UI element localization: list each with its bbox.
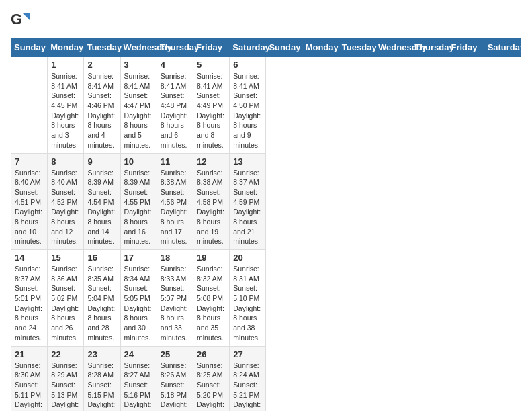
day-number: 4 — [161, 60, 189, 70]
header-thursday: Thursday — [412, 38, 448, 57]
day-info: Sunrise: 8:39 AMSunset: 4:54 PMDaylight:… — [87, 168, 116, 247]
header-tuesday: Tuesday — [84, 38, 120, 57]
day-info: Sunrise: 8:40 AMSunset: 4:51 PMDaylight:… — [15, 168, 44, 247]
day-info: Sunrise: 8:41 AMSunset: 4:50 PMDaylight:… — [233, 71, 262, 150]
day-number: 13 — [233, 156, 262, 167]
calendar-table: SundayMondayTuesdayWednesdayThursdayFrid… — [11, 38, 521, 411]
calendar-cell: 21Sunrise: 8:30 AMSunset: 5:11 PMDayligh… — [11, 346, 48, 411]
day-number: 6 — [233, 60, 262, 70]
day-info: Sunrise: 8:35 AMSunset: 5:04 PMDaylight:… — [87, 264, 116, 343]
day-number: 15 — [51, 253, 80, 263]
calendar-cell: 19Sunrise: 8:32 AMSunset: 5:08 PMDayligh… — [193, 250, 230, 347]
day-info: Sunrise: 8:41 AMSunset: 4:45 PMDaylight:… — [51, 71, 80, 150]
day-number: 20 — [233, 253, 262, 263]
day-info: Sunrise: 8:38 AMSunset: 4:56 PMDaylight:… — [161, 168, 189, 247]
header-saturday: Saturday — [484, 38, 521, 57]
day-number: 2 — [87, 60, 116, 70]
day-info: Sunrise: 8:30 AMSunset: 5:11 PMDaylight:… — [15, 361, 44, 412]
header-friday: Friday — [448, 38, 484, 57]
calendar-cell: 3Sunrise: 8:41 AMSunset: 4:47 PMDaylight… — [120, 57, 157, 154]
calendar-cell: 7Sunrise: 8:40 AMSunset: 4:51 PMDaylight… — [11, 153, 48, 250]
day-number: 19 — [197, 253, 226, 263]
day-info: Sunrise: 8:32 AMSunset: 5:08 PMDaylight:… — [197, 264, 226, 343]
logo-icon: G — [11, 11, 30, 30]
day-number: 9 — [87, 156, 116, 167]
calendar-cell: 17Sunrise: 8:34 AMSunset: 5:05 PMDayligh… — [120, 250, 157, 347]
calendar-cell: 12Sunrise: 8:38 AMSunset: 4:58 PMDayligh… — [193, 153, 230, 250]
day-info: Sunrise: 8:29 AMSunset: 5:13 PMDaylight:… — [51, 361, 80, 412]
week-row-3: 21Sunrise: 8:30 AMSunset: 5:11 PMDayligh… — [11, 346, 521, 411]
day-info: Sunrise: 8:41 AMSunset: 4:46 PMDaylight:… — [87, 71, 116, 150]
calendar-cell: 9Sunrise: 8:39 AMSunset: 4:54 PMDaylight… — [84, 153, 120, 250]
day-info: Sunrise: 8:40 AMSunset: 4:52 PMDaylight:… — [51, 168, 80, 247]
calendar-cell: 15Sunrise: 8:36 AMSunset: 5:02 PMDayligh… — [48, 250, 84, 347]
day-number: 14 — [15, 253, 44, 263]
week-row-2: 14Sunrise: 8:37 AMSunset: 5:01 PMDayligh… — [11, 250, 521, 347]
week-row-1: 7Sunrise: 8:40 AMSunset: 4:51 PMDaylight… — [11, 153, 521, 250]
day-info: Sunrise: 8:33 AMSunset: 5:07 PMDaylight:… — [161, 264, 189, 343]
calendar-cell: 4Sunrise: 8:41 AMSunset: 4:48 PMDaylight… — [157, 57, 193, 154]
calendar-cell: 22Sunrise: 8:29 AMSunset: 5:13 PMDayligh… — [48, 346, 84, 411]
header-tuesday: Tuesday — [339, 38, 375, 57]
day-number: 7 — [15, 156, 44, 167]
calendar-cell: 13Sunrise: 8:37 AMSunset: 4:59 PMDayligh… — [230, 153, 266, 250]
svg-text:G: G — [11, 11, 22, 28]
day-info: Sunrise: 8:36 AMSunset: 5:02 PMDaylight:… — [51, 264, 80, 343]
calendar-cell: 18Sunrise: 8:33 AMSunset: 5:07 PMDayligh… — [157, 250, 193, 347]
week-row-0: 1Sunrise: 8:41 AMSunset: 4:45 PMDaylight… — [11, 57, 521, 154]
day-info: Sunrise: 8:41 AMSunset: 4:47 PMDaylight:… — [124, 71, 153, 150]
header: G — [11, 11, 521, 30]
day-number: 12 — [197, 156, 226, 167]
header-monday: Monday — [48, 38, 84, 57]
day-info: Sunrise: 8:34 AMSunset: 5:05 PMDaylight:… — [124, 264, 153, 343]
day-number: 21 — [15, 349, 44, 359]
day-info: Sunrise: 8:26 AMSunset: 5:18 PMDaylight:… — [161, 361, 189, 412]
day-number: 8 — [51, 156, 80, 167]
calendar-cell: 26Sunrise: 8:25 AMSunset: 5:20 PMDayligh… — [193, 346, 230, 411]
day-info: Sunrise: 8:38 AMSunset: 4:58 PMDaylight:… — [197, 168, 226, 247]
calendar-cell: 16Sunrise: 8:35 AMSunset: 5:04 PMDayligh… — [84, 250, 120, 347]
header-friday: Friday — [193, 38, 230, 57]
day-info: Sunrise: 8:28 AMSunset: 5:15 PMDaylight:… — [87, 361, 116, 412]
day-number: 23 — [87, 349, 116, 359]
svg-marker-1 — [23, 13, 30, 20]
calendar-cell: 14Sunrise: 8:37 AMSunset: 5:01 PMDayligh… — [11, 250, 48, 347]
calendar-cell: 20Sunrise: 8:31 AMSunset: 5:10 PMDayligh… — [230, 250, 266, 347]
day-number: 16 — [87, 253, 116, 263]
day-info: Sunrise: 8:37 AMSunset: 5:01 PMDaylight:… — [15, 264, 44, 343]
day-info: Sunrise: 8:27 AMSunset: 5:16 PMDaylight:… — [124, 361, 153, 412]
header-thursday: Thursday — [157, 38, 193, 57]
calendar-cell: 2Sunrise: 8:41 AMSunset: 4:46 PMDaylight… — [84, 57, 120, 154]
calendar-cell: 27Sunrise: 8:24 AMSunset: 5:21 PMDayligh… — [230, 346, 266, 411]
day-info: Sunrise: 8:25 AMSunset: 5:20 PMDaylight:… — [197, 361, 226, 412]
day-info: Sunrise: 8:31 AMSunset: 5:10 PMDaylight:… — [233, 264, 262, 343]
calendar-cell: 1Sunrise: 8:41 AMSunset: 4:45 PMDaylight… — [48, 57, 84, 154]
calendar-header-row: SundayMondayTuesdayWednesdayThursdayFrid… — [11, 38, 521, 57]
calendar-cell: 23Sunrise: 8:28 AMSunset: 5:15 PMDayligh… — [84, 346, 120, 411]
day-number: 25 — [161, 349, 189, 359]
day-info: Sunrise: 8:24 AMSunset: 5:21 PMDaylight:… — [233, 361, 262, 412]
day-info: Sunrise: 8:41 AMSunset: 4:49 PMDaylight:… — [197, 71, 226, 150]
day-info: Sunrise: 8:37 AMSunset: 4:59 PMDaylight:… — [233, 168, 262, 247]
header-sunday: Sunday — [266, 38, 302, 57]
day-info: Sunrise: 8:39 AMSunset: 4:55 PMDaylight:… — [124, 168, 153, 247]
day-number: 11 — [161, 156, 189, 167]
day-number: 27 — [233, 349, 262, 359]
header-wednesday: Wednesday — [375, 38, 412, 57]
day-number: 10 — [124, 156, 153, 167]
day-info: Sunrise: 8:41 AMSunset: 4:48 PMDaylight:… — [161, 71, 189, 150]
day-number: 3 — [124, 60, 153, 70]
day-number: 18 — [161, 253, 189, 263]
day-number: 17 — [124, 253, 153, 263]
calendar-cell: 10Sunrise: 8:39 AMSunset: 4:55 PMDayligh… — [120, 153, 157, 250]
header-saturday: Saturday — [230, 38, 266, 57]
logo: G — [11, 11, 32, 30]
day-number: 26 — [197, 349, 226, 359]
day-number: 22 — [51, 349, 80, 359]
calendar-cell: 6Sunrise: 8:41 AMSunset: 4:50 PMDaylight… — [230, 57, 266, 154]
calendar-cell: 24Sunrise: 8:27 AMSunset: 5:16 PMDayligh… — [120, 346, 157, 411]
day-number: 1 — [51, 60, 80, 70]
day-number: 24 — [124, 349, 153, 359]
calendar-cell: 25Sunrise: 8:26 AMSunset: 5:18 PMDayligh… — [157, 346, 193, 411]
header-wednesday: Wednesday — [120, 38, 157, 57]
